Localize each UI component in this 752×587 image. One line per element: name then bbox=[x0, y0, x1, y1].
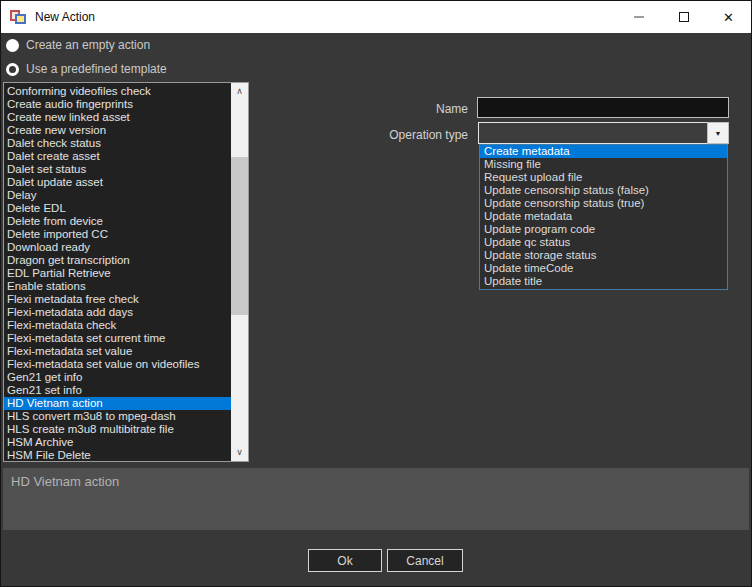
template-list-item[interactable]: Create new linked asset bbox=[4, 111, 231, 124]
dropdown-option[interactable]: Update program code bbox=[480, 223, 727, 236]
operation-type-value bbox=[478, 122, 707, 144]
close-button[interactable]: ✕ bbox=[706, 1, 751, 33]
template-list-item[interactable]: Create new version bbox=[4, 124, 231, 137]
template-list-item[interactable]: Gen21 get info bbox=[4, 371, 231, 384]
radio-icon bbox=[6, 39, 19, 52]
template-list-item[interactable]: HSM Archive bbox=[4, 436, 231, 449]
app-icon bbox=[10, 9, 26, 25]
ok-button[interactable]: Ok bbox=[308, 549, 382, 572]
template-list-item[interactable]: Dragon get transcription bbox=[4, 254, 231, 267]
dropdown-button[interactable]: ▼ bbox=[707, 122, 729, 144]
template-list-item[interactable]: Download ready bbox=[4, 241, 231, 254]
template-list-item[interactable]: EDL Partial Retrieve bbox=[4, 267, 231, 280]
template-list-item[interactable]: Flexi metadata free check bbox=[4, 293, 231, 306]
template-list-item[interactable]: HLS create m3u8 multibitrate file bbox=[4, 423, 231, 436]
template-list-item[interactable]: Dalet set status bbox=[4, 163, 231, 176]
dropdown-option[interactable]: Create metadata bbox=[480, 145, 727, 158]
scroll-up-icon[interactable]: ∧ bbox=[231, 83, 248, 100]
template-list-item[interactable]: HLS convert m3u8 to mpeg-dash bbox=[4, 410, 231, 423]
template-list-item[interactable]: Flexi-metadata check bbox=[4, 319, 231, 332]
dropdown-option[interactable]: Update qc status bbox=[480, 236, 727, 249]
dropdown-option[interactable]: Update censorship status (true) bbox=[480, 197, 727, 210]
template-list-item[interactable]: Flexi-metadata set value on videofiles bbox=[4, 358, 231, 371]
radio-label: Use a predefined template bbox=[26, 62, 167, 76]
template-listbox: Conforming videofiles checkCreate audio … bbox=[3, 82, 249, 462]
template-list-item[interactable]: Enable stations bbox=[4, 280, 231, 293]
action-mode-radio-group: Create an empty action Use a predefined … bbox=[6, 37, 167, 85]
window-controls: ✕ bbox=[616, 1, 751, 33]
dropdown-option[interactable]: Update timeCode bbox=[480, 262, 727, 275]
radio-label: Create an empty action bbox=[26, 38, 150, 52]
radio-option[interactable]: Use a predefined template bbox=[6, 61, 167, 77]
template-list-item[interactable]: Delete imported CC bbox=[4, 228, 231, 241]
template-list-item[interactable]: Flexi-metadata set value bbox=[4, 345, 231, 358]
template-list: Conforming videofiles checkCreate audio … bbox=[4, 83, 231, 461]
minimize-icon bbox=[634, 16, 644, 18]
radio-icon bbox=[6, 63, 19, 76]
new-action-dialog: New Action ✕ Create an empty action Use … bbox=[0, 0, 752, 587]
scrollbar-thumb[interactable] bbox=[231, 157, 248, 315]
name-label: Name bbox=[298, 102, 468, 116]
template-list-item[interactable]: Delete from device bbox=[4, 215, 231, 228]
template-list-item[interactable]: Delete EDL bbox=[4, 202, 231, 215]
radio-option[interactable]: Create an empty action bbox=[6, 37, 167, 53]
template-list-item[interactable]: Delay bbox=[4, 189, 231, 202]
template-list-item[interactable]: Flexi-metadata set current time bbox=[4, 332, 231, 345]
template-list-item[interactable]: Create audio fingerprints bbox=[4, 98, 231, 111]
scrollbar-track[interactable] bbox=[231, 100, 248, 444]
operation-type-combobox[interactable]: ▼ bbox=[478, 122, 729, 144]
template-list-item[interactable]: Dalet create asset bbox=[4, 150, 231, 163]
cancel-button[interactable]: Cancel bbox=[387, 549, 463, 572]
template-list-item[interactable]: Conforming videofiles check bbox=[4, 85, 231, 98]
window-title: New Action bbox=[35, 10, 95, 24]
template-list-item[interactable]: HD Vietnam action bbox=[4, 397, 231, 410]
template-list-item[interactable]: Gen21 set info bbox=[4, 384, 231, 397]
close-icon: ✕ bbox=[723, 11, 734, 24]
dropdown-option[interactable]: Update storage status bbox=[480, 249, 727, 262]
titlebar: New Action ✕ bbox=[1, 1, 751, 33]
dropdown-option[interactable]: Update censorship status (false) bbox=[480, 184, 727, 197]
template-description: HD Vietnam action bbox=[3, 468, 749, 530]
maximize-icon bbox=[679, 12, 689, 22]
template-list-item[interactable]: Dalet check status bbox=[4, 137, 231, 150]
list-scrollbar: ∧ ∨ bbox=[231, 83, 248, 461]
template-list-item[interactable]: Flexi-metadata add days bbox=[4, 306, 231, 319]
template-list-item[interactable]: HSM File Delete bbox=[4, 449, 231, 461]
dropdown-option[interactable]: Request upload file bbox=[480, 171, 727, 184]
name-input[interactable] bbox=[477, 97, 729, 118]
operation-type-dropdown: Create metadataMissing fileRequest uploa… bbox=[479, 144, 728, 290]
template-list-item[interactable]: Dalet update asset bbox=[4, 176, 231, 189]
minimize-button[interactable] bbox=[616, 1, 661, 33]
operation-type-label: Operation type bbox=[298, 128, 468, 142]
maximize-button[interactable] bbox=[661, 1, 706, 33]
dropdown-option[interactable]: Update title bbox=[480, 275, 727, 288]
dropdown-option[interactable]: Missing file bbox=[480, 158, 727, 171]
dropdown-option[interactable]: Update metadata bbox=[480, 210, 727, 223]
scroll-down-icon[interactable]: ∨ bbox=[231, 444, 248, 461]
chevron-down-icon: ▼ bbox=[715, 130, 722, 137]
